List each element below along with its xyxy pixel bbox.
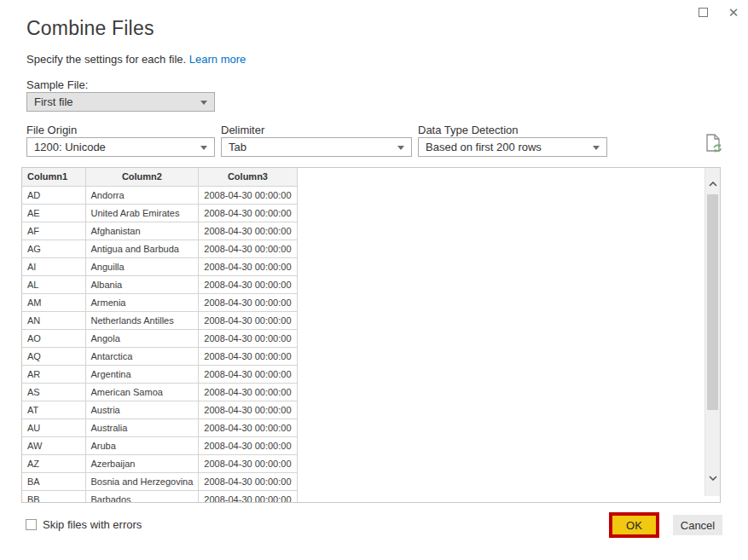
learn-more-link[interactable]: Learn more — [189, 53, 246, 66]
skip-files-checkbox[interactable] — [26, 519, 37, 530]
table-cell: 2008-04-30 00:00:00 — [199, 222, 297, 240]
table-cell: AI — [22, 257, 85, 275]
scroll-up-button[interactable] — [705, 176, 721, 192]
chevron-down-icon — [200, 101, 207, 105]
file-origin-label: File Origin — [26, 124, 77, 136]
chevron-down-icon — [397, 146, 404, 150]
chevron-up-icon — [709, 182, 717, 187]
table-row: ALAlbania2008-04-30 00:00:00 — [22, 275, 297, 293]
combine-files-dialog: { "window": { "maximize_icon": "maximize… — [0, 0, 748, 560]
preview-table: Column1 Column2 Column3 ADAndorra2008-04… — [22, 168, 298, 503]
table-cell: AS — [22, 383, 85, 401]
table-row: ANNetherlands Antilles2008-04-30 00:00:0… — [22, 311, 297, 329]
table-cell: BA — [22, 472, 85, 490]
sample-file-dropdown[interactable]: First file — [26, 92, 215, 112]
vertical-scrollbar[interactable] — [705, 168, 720, 496]
table-row: ATAustria2008-04-30 00:00:00 — [22, 401, 297, 419]
table-row: ADAndorra2008-04-30 00:00:00 — [22, 186, 297, 204]
page-title: Combine Files — [26, 17, 154, 40]
sample-file-value: First file — [34, 95, 73, 108]
table-cell: 2008-04-30 00:00:00 — [199, 311, 297, 329]
table-cell: AR — [22, 365, 85, 383]
table-row: ASAmerican Samoa2008-04-30 00:00:00 — [22, 383, 297, 401]
table-cell: AF — [22, 222, 85, 240]
table-row: AWAruba2008-04-30 00:00:00 — [22, 436, 297, 454]
table-cell: Azerbaijan — [85, 454, 199, 472]
table-cell: 2008-04-30 00:00:00 — [199, 365, 297, 383]
table-cell: AL — [22, 275, 85, 293]
table-cell: Antigua and Barbuda — [85, 240, 199, 257]
delimiter-dropdown[interactable]: Tab — [221, 137, 412, 157]
table-cell: Andorra — [85, 186, 199, 204]
table-cell: Albania — [85, 275, 199, 293]
column-header[interactable]: Column3 — [199, 168, 297, 186]
table-cell: 2008-04-30 00:00:00 — [199, 186, 297, 204]
table-cell: AT — [22, 401, 85, 419]
scrollbar-thumb[interactable] — [707, 194, 718, 410]
table-cell: AM — [22, 293, 85, 311]
table-cell: Aruba — [85, 436, 199, 454]
column-header[interactable]: Column1 — [22, 168, 85, 186]
data-type-detection-dropdown[interactable]: Based on first 200 rows — [418, 137, 607, 157]
table-row: AUAustralia2008-04-30 00:00:00 — [22, 419, 297, 436]
table-cell: BB — [22, 490, 85, 503]
table-cell: 2008-04-30 00:00:00 — [199, 329, 297, 347]
table-row: AFAfghanistan2008-04-30 00:00:00 — [22, 222, 297, 240]
table-cell: 2008-04-30 00:00:00 — [199, 275, 297, 293]
scroll-down-button[interactable] — [705, 471, 721, 486]
document-refresh-icon — [705, 134, 723, 156]
table-cell: Bosnia and Herzegovina — [85, 472, 199, 490]
table-cell: 2008-04-30 00:00:00 — [199, 472, 297, 490]
data-type-detection-value: Based on first 200 rows — [426, 141, 542, 153]
preview-panel: Column1 Column2 Column3 ADAndorra2008-04… — [21, 167, 721, 503]
refresh-preview-button[interactable] — [705, 134, 723, 156]
dialog-subtitle: Specify the settings for each file. Lear… — [26, 53, 246, 66]
table-row: AMArmenia2008-04-30 00:00:00 — [22, 293, 297, 311]
table-row: AOAngola2008-04-30 00:00:00 — [22, 329, 297, 347]
table-cell: AN — [22, 311, 85, 329]
table-cell: 2008-04-30 00:00:00 — [199, 293, 297, 311]
table-row: AZAzerbaijan2008-04-30 00:00:00 — [22, 454, 297, 472]
table-header-row: Column1 Column2 Column3 — [22, 168, 297, 186]
maximize-button[interactable] — [695, 4, 710, 20]
table-cell: AQ — [22, 347, 85, 365]
sample-file-label: Sample File: — [26, 78, 88, 91]
table-cell: 2008-04-30 00:00:00 — [199, 454, 297, 472]
window-controls: ✕ — [695, 4, 741, 20]
column-header[interactable]: Column2 — [85, 168, 199, 186]
table-row: AQAntarctica2008-04-30 00:00:00 — [22, 347, 297, 365]
table-cell: 2008-04-30 00:00:00 — [199, 204, 297, 222]
table-cell: Afghanistan — [85, 222, 199, 240]
table-row: BBBarbados2008-04-30 00:00:00 — [22, 490, 297, 503]
ok-button[interactable]: OK — [612, 516, 656, 534]
table-cell: Antarctica — [85, 347, 199, 365]
maximize-icon — [699, 8, 708, 17]
table-cell: 2008-04-30 00:00:00 — [199, 383, 297, 401]
table-cell: 2008-04-30 00:00:00 — [199, 240, 297, 257]
table-row: AGAntigua and Barbuda2008-04-30 00:00:00 — [22, 240, 297, 257]
chevron-down-icon — [709, 476, 717, 481]
table-cell: AO — [22, 329, 85, 347]
table-cell: Barbados — [85, 490, 199, 503]
table-cell: Austria — [85, 401, 199, 419]
table-row: ARArgentina2008-04-30 00:00:00 — [22, 365, 297, 383]
subtitle-text: Specify the settings for each file. — [26, 53, 186, 66]
table-cell: Netherlands Antilles — [85, 311, 199, 329]
table-cell: Angola — [85, 329, 199, 347]
skip-files-option: Skip files with errors — [26, 518, 142, 531]
table-cell: 2008-04-30 00:00:00 — [199, 401, 297, 419]
table-cell: American Samoa — [85, 383, 199, 401]
table-cell: United Arab Emirates — [85, 204, 199, 222]
cancel-button[interactable]: Cancel — [673, 515, 722, 535]
file-origin-value: 1200: Unicode — [34, 141, 106, 153]
table-cell: 2008-04-30 00:00:00 — [199, 347, 297, 365]
table-cell: Australia — [85, 419, 199, 436]
table-cell: AD — [22, 186, 85, 204]
close-button[interactable]: ✕ — [726, 4, 741, 20]
table-cell: AZ — [22, 454, 85, 472]
file-origin-dropdown[interactable]: 1200: Unicode — [26, 137, 215, 157]
close-icon: ✕ — [728, 6, 739, 19]
table-cell: AG — [22, 240, 85, 257]
table-row: AIAnguilla2008-04-30 00:00:00 — [22, 257, 297, 275]
table-cell: 2008-04-30 00:00:00 — [199, 436, 297, 454]
